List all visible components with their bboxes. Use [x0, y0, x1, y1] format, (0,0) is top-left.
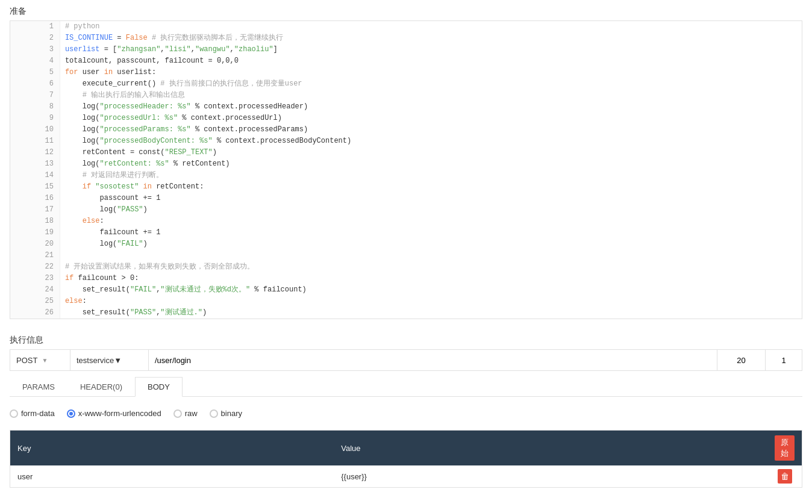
radio-label-form-data: form-data — [21, 409, 55, 418]
code-line-5: 5 for user in userlist: — [10, 67, 802, 78]
code-line-14: 14 # 对返回结果进行判断。 — [10, 170, 802, 181]
prepare-label: 准备 — [0, 0, 812, 20]
kv-col-action: 原始 — [767, 431, 802, 466]
tab-params[interactable]: PARAMS — [10, 377, 67, 397]
yuan-button[interactable]: 原始 — [775, 435, 795, 461]
radio-circle-binary — [210, 409, 218, 418]
code-line-12: 12 retContent = const("RESP_TEXT") — [10, 147, 802, 158]
method-select[interactable]: POST ▼ — [10, 350, 70, 370]
radio-label-raw: raw — [185, 409, 198, 418]
code-line-23: 23 if failcount > 0: — [10, 273, 802, 284]
kv-col-value: Value — [334, 431, 767, 466]
code-line-13: 13 log("retContent: %s" % retContent) — [10, 158, 802, 170]
code-editor: 1 # python 2 IS_CONTINUE = False # 执行完数据… — [10, 20, 802, 319]
radio-circle-x-www — [67, 409, 75, 418]
method-value: POST — [16, 356, 39, 365]
code-table: 1 # python 2 IS_CONTINUE = False # 执行完数据… — [10, 21, 802, 319]
radio-circle-raw — [173, 409, 182, 418]
radio-binary[interactable]: binary — [210, 409, 242, 418]
code-line-1: 1 # python — [10, 21, 802, 33]
code-line-17: 17 log("PASS") — [10, 204, 802, 216]
exec-row: POST ▼ testservice ▼ — [10, 349, 802, 371]
tab-header[interactable]: HEADER(0) — [67, 377, 135, 397]
exec-controls: POST ▼ testservice ▼ PARAMS HEADER(0) BO… — [10, 349, 802, 488]
radio-circle-form-data — [10, 409, 18, 418]
code-line-19: 19 failcount += 1 — [10, 227, 802, 238]
kv-table: Key Value 原始 user {{user}} 🗑 — [10, 430, 802, 488]
code-line-26: 26 set_result("PASS","测试通过.") — [10, 307, 802, 319]
code-line-4: 4 totalcount, passcount, failcount = 0,0… — [10, 55, 802, 67]
radio-label-x-www: x-www-form-urlencoded — [78, 409, 161, 418]
prepare-section: 准备 1 # python 2 IS_CONTINUE = False # 执行… — [0, 0, 812, 319]
radio-raw[interactable]: raw — [173, 409, 198, 418]
kv-value-value: {{user}} — [341, 472, 367, 481]
kv-col-key: Key — [10, 431, 334, 466]
code-line-15: 15 if "sosotest" in retContent: — [10, 181, 802, 193]
code-line-3: 3 userlist = ["zhangsan","lisi","wangwu"… — [10, 44, 802, 55]
code-line-18: 18 else: — [10, 216, 802, 227]
code-line-20: 20 log("FAIL") — [10, 238, 802, 250]
url-input[interactable] — [149, 350, 717, 370]
delete-row-button[interactable]: 🗑 — [778, 469, 792, 484]
code-line-22: 22 # 开始设置测试结果，如果有失败则失败，否则全部成功。 — [10, 261, 802, 273]
num-input-1[interactable] — [717, 350, 766, 370]
radio-x-www[interactable]: x-www-form-urlencoded — [67, 409, 161, 418]
num-input-2[interactable] — [766, 350, 802, 370]
service-value: testservice — [77, 356, 114, 365]
code-line-6: 6 execute_current() # 执行当前接口的执行信息，使用变量us… — [10, 78, 802, 90]
service-select[interactable]: testservice ▼ — [70, 350, 149, 370]
code-line-11: 11 log("processedBodyContent: %s" % cont… — [10, 135, 802, 147]
tabs-row: PARAMS HEADER(0) BODY — [10, 377, 802, 397]
code-line-7: 7 # 输出执行后的输入和输出信息 — [10, 90, 802, 101]
tab-body[interactable]: BODY — [135, 377, 183, 397]
code-line-16: 16 passcount += 1 — [10, 193, 802, 204]
code-line-8: 8 log("processedHeader: %s" % context.pr… — [10, 101, 802, 113]
table-row: user {{user}} 🗑 — [10, 465, 802, 488]
kv-delete-cell: 🗑 — [767, 465, 802, 488]
code-line-21: 21 — [10, 250, 802, 261]
radio-label-binary: binary — [221, 409, 242, 418]
code-line-10: 10 log("processedParams: %s" % context.p… — [10, 124, 802, 135]
method-dropdown-arrow: ▼ — [42, 357, 64, 364]
kv-key-cell: user — [10, 465, 334, 488]
code-line-25: 25 else: — [10, 296, 802, 307]
kv-value-cell: {{user}} — [334, 465, 767, 488]
body-type-row: form-data x-www-form-urlencoded raw bina… — [10, 404, 802, 425]
exec-section: 执行信息 POST ▼ testservice ▼ PARAMS HEADER(… — [0, 329, 812, 488]
kv-key-value: user — [17, 472, 33, 481]
service-dropdown-arrow: ▼ — [114, 356, 142, 365]
radio-form-data[interactable]: form-data — [10, 409, 55, 418]
kv-header-row: Key Value 原始 — [10, 431, 802, 466]
code-line-9: 9 log("processedUrl: %s" % context.proce… — [10, 113, 802, 124]
exec-label: 执行信息 — [0, 329, 812, 349]
code-line-2: 2 IS_CONTINUE = False # 执行完数据驱动脚本后，无需继续执… — [10, 33, 802, 44]
code-line-24: 24 set_result("FAIL","测试未通过，失败%d次。" % fa… — [10, 284, 802, 296]
